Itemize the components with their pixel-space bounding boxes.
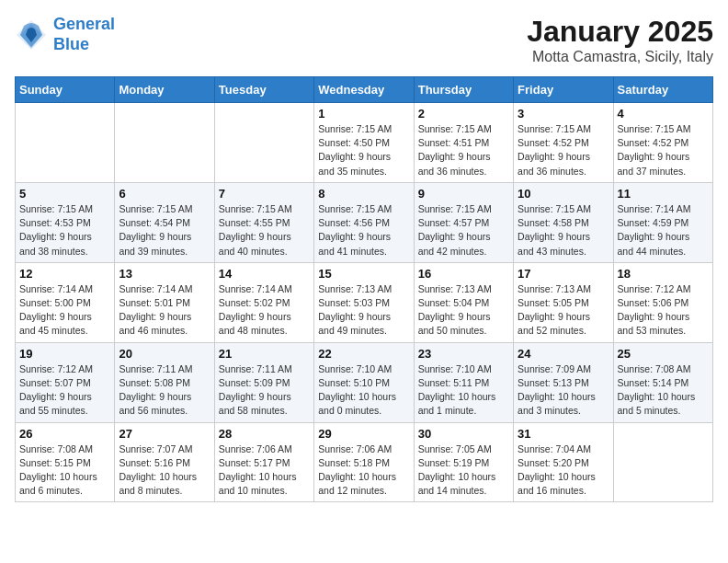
calendar-day-8: 8Sunrise: 7:15 AM Sunset: 4:56 PM Daylig… bbox=[314, 182, 414, 262]
day-info: Sunrise: 7:04 AM Sunset: 5:20 PM Dayligh… bbox=[518, 442, 609, 499]
calendar-day-6: 6Sunrise: 7:15 AM Sunset: 4:54 PM Daylig… bbox=[115, 182, 214, 262]
title-area: January 2025 Motta Camastra, Sicily, Ita… bbox=[527, 15, 713, 65]
day-number: 28 bbox=[219, 427, 310, 441]
calendar-day-12: 12Sunrise: 7:14 AM Sunset: 5:00 PM Dayli… bbox=[16, 262, 115, 342]
calendar-day-10: 10Sunrise: 7:15 AM Sunset: 4:58 PM Dayli… bbox=[514, 182, 613, 262]
day-number: 8 bbox=[318, 187, 409, 201]
day-info: Sunrise: 7:15 AM Sunset: 4:52 PM Dayligh… bbox=[518, 122, 609, 178]
weekday-header-sunday: Sunday bbox=[16, 77, 115, 103]
day-info: Sunrise: 7:06 AM Sunset: 5:17 PM Dayligh… bbox=[219, 442, 310, 499]
calendar-day-3: 3Sunrise: 7:15 AM Sunset: 4:52 PM Daylig… bbox=[514, 103, 613, 183]
calendar-day-29: 29Sunrise: 7:06 AM Sunset: 5:18 PM Dayli… bbox=[314, 422, 414, 502]
day-info: Sunrise: 7:15 AM Sunset: 4:51 PM Dayligh… bbox=[418, 122, 509, 178]
day-number: 15 bbox=[318, 267, 409, 281]
weekday-header-tuesday: Tuesday bbox=[214, 77, 313, 103]
calendar-day-2: 2Sunrise: 7:15 AM Sunset: 4:51 PM Daylig… bbox=[414, 103, 513, 183]
day-info: Sunrise: 7:08 AM Sunset: 5:14 PM Dayligh… bbox=[618, 362, 709, 419]
day-number: 17 bbox=[518, 267, 609, 281]
day-info: Sunrise: 7:14 AM Sunset: 5:00 PM Dayligh… bbox=[19, 282, 110, 339]
day-number: 20 bbox=[119, 347, 210, 361]
day-info: Sunrise: 7:10 AM Sunset: 5:11 PM Dayligh… bbox=[418, 362, 509, 419]
weekday-header-monday: Monday bbox=[115, 77, 214, 103]
day-info: Sunrise: 7:14 AM Sunset: 5:01 PM Dayligh… bbox=[119, 282, 210, 339]
day-number: 31 bbox=[518, 427, 609, 441]
day-info: Sunrise: 7:15 AM Sunset: 4:56 PM Dayligh… bbox=[318, 202, 409, 259]
day-number: 10 bbox=[518, 187, 609, 201]
calendar-day-9: 9Sunrise: 7:15 AM Sunset: 4:57 PM Daylig… bbox=[414, 182, 513, 262]
day-number: 6 bbox=[119, 187, 210, 201]
calendar-empty-cell bbox=[613, 422, 712, 502]
day-info: Sunrise: 7:15 AM Sunset: 4:57 PM Dayligh… bbox=[418, 202, 509, 259]
calendar-header: SundayMondayTuesdayWednesdayThursdayFrid… bbox=[16, 77, 713, 103]
calendar-table: SundayMondayTuesdayWednesdayThursdayFrid… bbox=[15, 76, 713, 502]
day-number: 3 bbox=[518, 107, 609, 121]
day-number: 4 bbox=[618, 107, 709, 121]
day-info: Sunrise: 7:15 AM Sunset: 4:58 PM Dayligh… bbox=[518, 202, 609, 259]
day-number: 29 bbox=[318, 427, 409, 441]
calendar-body: 1Sunrise: 7:15 AM Sunset: 4:50 PM Daylig… bbox=[16, 103, 713, 502]
day-info: Sunrise: 7:11 AM Sunset: 5:08 PM Dayligh… bbox=[119, 362, 210, 419]
calendar-day-25: 25Sunrise: 7:08 AM Sunset: 5:14 PM Dayli… bbox=[613, 342, 712, 422]
calendar-subtitle: Motta Camastra, Sicily, Italy bbox=[527, 49, 713, 65]
calendar-day-7: 7Sunrise: 7:15 AM Sunset: 4:55 PM Daylig… bbox=[214, 182, 313, 262]
day-info: Sunrise: 7:12 AM Sunset: 5:06 PM Dayligh… bbox=[618, 282, 709, 339]
day-info: Sunrise: 7:08 AM Sunset: 5:15 PM Dayligh… bbox=[19, 442, 110, 499]
day-number: 5 bbox=[19, 187, 110, 201]
calendar-day-11: 11Sunrise: 7:14 AM Sunset: 4:59 PM Dayli… bbox=[613, 182, 712, 262]
day-number: 12 bbox=[19, 267, 110, 281]
calendar-day-26: 26Sunrise: 7:08 AM Sunset: 5:15 PM Dayli… bbox=[16, 422, 115, 502]
calendar-empty-cell bbox=[115, 103, 214, 183]
day-number: 9 bbox=[418, 187, 509, 201]
calendar-day-13: 13Sunrise: 7:14 AM Sunset: 5:01 PM Dayli… bbox=[115, 262, 214, 342]
day-info: Sunrise: 7:14 AM Sunset: 4:59 PM Dayligh… bbox=[618, 202, 709, 259]
calendar-day-19: 19Sunrise: 7:12 AM Sunset: 5:07 PM Dayli… bbox=[16, 342, 115, 422]
calendar-day-22: 22Sunrise: 7:10 AM Sunset: 5:10 PM Dayli… bbox=[314, 342, 414, 422]
day-info: Sunrise: 7:13 AM Sunset: 5:03 PM Dayligh… bbox=[318, 282, 409, 339]
logo-text: General Blue bbox=[53, 15, 115, 54]
day-info: Sunrise: 7:10 AM Sunset: 5:10 PM Dayligh… bbox=[318, 362, 409, 419]
calendar-day-20: 20Sunrise: 7:11 AM Sunset: 5:08 PM Dayli… bbox=[115, 342, 214, 422]
calendar-day-14: 14Sunrise: 7:14 AM Sunset: 5:02 PM Dayli… bbox=[214, 262, 313, 342]
day-info: Sunrise: 7:15 AM Sunset: 4:52 PM Dayligh… bbox=[618, 122, 709, 178]
calendar-title: January 2025 bbox=[527, 15, 713, 49]
day-number: 30 bbox=[418, 427, 509, 441]
day-number: 27 bbox=[119, 427, 210, 441]
day-info: Sunrise: 7:07 AM Sunset: 5:16 PM Dayligh… bbox=[119, 442, 210, 499]
weekday-header-friday: Friday bbox=[514, 77, 613, 103]
logo-general: General bbox=[53, 15, 115, 33]
day-info: Sunrise: 7:13 AM Sunset: 5:05 PM Dayligh… bbox=[518, 282, 609, 339]
day-info: Sunrise: 7:15 AM Sunset: 4:53 PM Dayligh… bbox=[19, 202, 110, 259]
day-info: Sunrise: 7:15 AM Sunset: 4:50 PM Dayligh… bbox=[318, 122, 409, 178]
day-number: 21 bbox=[219, 347, 310, 361]
day-number: 26 bbox=[19, 427, 110, 441]
day-number: 22 bbox=[318, 347, 409, 361]
calendar-week-row: 26Sunrise: 7:08 AM Sunset: 5:15 PM Dayli… bbox=[16, 422, 713, 502]
calendar-week-row: 19Sunrise: 7:12 AM Sunset: 5:07 PM Dayli… bbox=[16, 342, 713, 422]
day-number: 14 bbox=[219, 267, 310, 281]
day-number: 1 bbox=[318, 107, 409, 121]
calendar-week-row: 5Sunrise: 7:15 AM Sunset: 4:53 PM Daylig… bbox=[16, 182, 713, 262]
day-number: 11 bbox=[618, 187, 709, 201]
calendar-day-18: 18Sunrise: 7:12 AM Sunset: 5:06 PM Dayli… bbox=[613, 262, 712, 342]
calendar-day-21: 21Sunrise: 7:11 AM Sunset: 5:09 PM Dayli… bbox=[214, 342, 313, 422]
calendar-week-row: 1Sunrise: 7:15 AM Sunset: 4:50 PM Daylig… bbox=[16, 103, 713, 183]
weekday-header-thursday: Thursday bbox=[414, 77, 513, 103]
calendar-day-5: 5Sunrise: 7:15 AM Sunset: 4:53 PM Daylig… bbox=[16, 182, 115, 262]
calendar-day-17: 17Sunrise: 7:13 AM Sunset: 5:05 PM Dayli… bbox=[514, 262, 613, 342]
day-info: Sunrise: 7:11 AM Sunset: 5:09 PM Dayligh… bbox=[219, 362, 310, 419]
day-info: Sunrise: 7:09 AM Sunset: 5:13 PM Dayligh… bbox=[518, 362, 609, 419]
calendar-day-16: 16Sunrise: 7:13 AM Sunset: 5:04 PM Dayli… bbox=[414, 262, 513, 342]
day-number: 24 bbox=[518, 347, 609, 361]
calendar-day-15: 15Sunrise: 7:13 AM Sunset: 5:03 PM Dayli… bbox=[314, 262, 414, 342]
calendar-week-row: 12Sunrise: 7:14 AM Sunset: 5:00 PM Dayli… bbox=[16, 262, 713, 342]
calendar-empty-cell bbox=[214, 103, 313, 183]
day-info: Sunrise: 7:06 AM Sunset: 5:18 PM Dayligh… bbox=[318, 442, 409, 499]
day-info: Sunrise: 7:12 AM Sunset: 5:07 PM Dayligh… bbox=[19, 362, 110, 419]
day-number: 23 bbox=[418, 347, 509, 361]
calendar-day-30: 30Sunrise: 7:05 AM Sunset: 5:19 PM Dayli… bbox=[414, 422, 513, 502]
logo-blue: Blue bbox=[53, 35, 89, 53]
calendar-day-31: 31Sunrise: 7:04 AM Sunset: 5:20 PM Dayli… bbox=[514, 422, 613, 502]
day-info: Sunrise: 7:13 AM Sunset: 5:04 PM Dayligh… bbox=[418, 282, 509, 339]
day-number: 13 bbox=[119, 267, 210, 281]
calendar-day-4: 4Sunrise: 7:15 AM Sunset: 4:52 PM Daylig… bbox=[613, 103, 712, 183]
